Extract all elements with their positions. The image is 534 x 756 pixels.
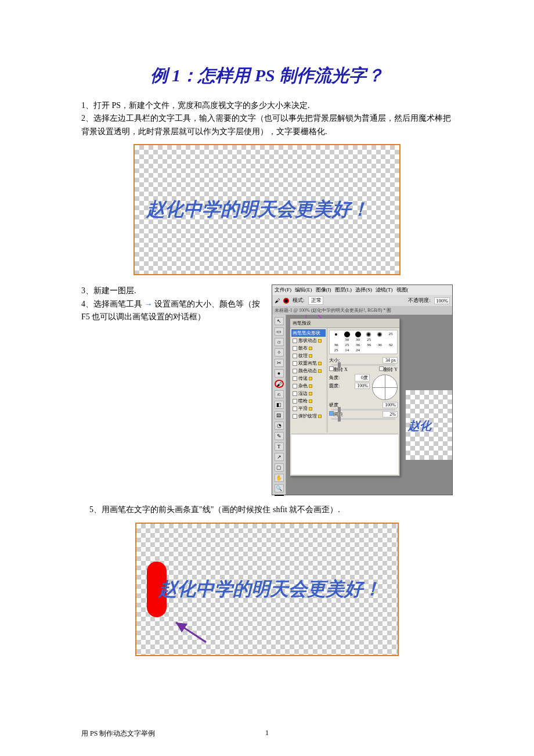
brush-preset-icon[interactable] xyxy=(283,298,289,304)
opacity-value[interactable]: 100% xyxy=(434,297,450,304)
eyedropper-tool-icon[interactable]: ● xyxy=(275,369,284,377)
blur-tool-icon[interactable]: ◔ xyxy=(275,422,284,430)
menu-image[interactable]: 图像(I) xyxy=(316,286,331,294)
opacity-label: 不透明度: xyxy=(408,297,431,304)
mode-label: 模式: xyxy=(293,297,305,304)
opt-shape-dyn[interactable]: 形状动态 xyxy=(291,337,326,344)
figure-2-canvas: 赵化中学的明天会更美好！ xyxy=(135,523,399,656)
size-slider[interactable] xyxy=(331,364,395,366)
page-title: 例 1：怎样用 PS 制作流光字？ xyxy=(81,64,453,88)
figure-1-canvas: 赵化中学的明天会更美好！ xyxy=(134,144,400,275)
menu-file[interactable]: 文件(F) xyxy=(275,286,291,294)
gradient-tool-icon[interactable]: ▤ xyxy=(275,411,284,419)
crop-tool-icon[interactable]: ✂ xyxy=(275,359,284,367)
lasso-tool-icon[interactable]: ⟃ xyxy=(275,338,284,346)
photoshop-screenshot: 文件(F) 编辑(E) 图像(I) 图层(L) 选择(S) 滤镜(T) 视图( … xyxy=(272,285,453,495)
brush-tool-circled-icon[interactable]: 🖌 xyxy=(275,380,284,388)
opt-smooth[interactable]: 平滑 xyxy=(291,405,326,412)
opt-scatter[interactable]: 散布 xyxy=(291,344,326,352)
hard-slider[interactable] xyxy=(331,409,395,411)
eraser-tool-icon[interactable]: ◧ xyxy=(275,401,284,409)
menu-filter[interactable]: 滤镜(T) xyxy=(376,286,393,294)
marquee-tool-icon[interactable]: ▭ xyxy=(275,327,284,336)
opt-dual[interactable]: 双重画笔 xyxy=(291,359,326,367)
ps-canvas-area: 画笔预设 画笔笔尖形状 形状动态 散布 纹理 双重画笔 颜色动态 传递 杂色 湿… xyxy=(286,315,452,495)
opt-noise[interactable]: 杂色 xyxy=(291,382,326,390)
round-label: 圆度: xyxy=(329,383,340,389)
brush-preset-grid[interactable]: 30 30 25 25 36 25 36 36 36 32 xyxy=(329,330,398,354)
brush-panel: 画笔预设 画笔笔尖形状 形状动态 散布 纹理 双重画笔 颜色动态 传递 杂色 湿… xyxy=(290,318,400,476)
opt-airbrush[interactable]: 喷枪 xyxy=(291,397,326,405)
ps-doc-title: 未标题-1 @ 100% (赵化中学的明天会更美好!, RGB/8) * 图 xyxy=(272,306,452,315)
spacing-slider[interactable] xyxy=(331,418,395,420)
shape-tool-icon[interactable]: ▢ xyxy=(275,463,284,471)
angle-control[interactable] xyxy=(372,375,398,400)
opt-tip-shape[interactable]: 画笔笔尖形状 xyxy=(291,329,326,337)
hand-tool-icon[interactable]: ✋ xyxy=(275,474,284,482)
footer-page-number: 1 xyxy=(265,729,269,737)
menu-view[interactable]: 视图( xyxy=(396,286,409,294)
step-4-text: 4、选择画笔工具 → 设置画笔的大小、颜色等（按 F5 也可以调出画笔设置的对话… xyxy=(81,298,266,324)
opt-color-dyn[interactable]: 颜色动态 xyxy=(291,367,326,375)
flipy-label[interactable]: 翻转 Y xyxy=(384,367,398,372)
menu-layer[interactable]: 图层(L) xyxy=(335,286,352,294)
arrow-right-icon: → xyxy=(145,300,153,308)
angle-value[interactable]: 0度 xyxy=(355,374,370,381)
strip-text: 赵化 xyxy=(408,418,431,434)
step-2-text: 2、选择左边工具栏的文字工具，输入需要的文字（也可以事先把背景层解锁为普通层，然… xyxy=(81,112,453,138)
brush-tool-icon[interactable]: 🖌 xyxy=(275,298,280,304)
mode-value[interactable]: 正常 xyxy=(308,296,323,305)
step-3-text: 3、新建一图层. xyxy=(81,285,266,297)
canvas-strip: 赵化 xyxy=(406,390,452,460)
ps-menu-bar: 文件(F) 编辑(E) 图像(I) 图层(L) 选择(S) 滤镜(T) 视图( xyxy=(272,285,452,295)
flipx-label[interactable]: 翻转 X xyxy=(334,367,348,372)
foreground-color-swatch[interactable] xyxy=(275,495,284,496)
footer-left: 用 PS 制作动态文字举例 xyxy=(81,729,155,739)
banner-text-1: 赵化中学的明天会更美好！ xyxy=(146,197,369,222)
stamp-tool-icon[interactable]: ⎌ xyxy=(275,390,284,398)
path-tool-icon[interactable]: ↗ xyxy=(275,453,284,461)
menu-edit[interactable]: 编辑(E) xyxy=(295,286,312,294)
brush-preview xyxy=(291,434,398,474)
zoom-tool-icon[interactable]: 🔍 xyxy=(275,484,284,492)
opt-transfer[interactable]: 传递 xyxy=(291,375,326,382)
angle-label: 角度: xyxy=(329,375,340,381)
round-value[interactable]: 100% xyxy=(355,383,370,389)
hard-label: 硬度 xyxy=(329,402,338,408)
svg-line-2 xyxy=(176,622,206,642)
step-4a: 4、选择画笔工具 xyxy=(81,300,142,308)
move-tool-icon[interactable]: ↖ xyxy=(275,317,284,325)
brush-panel-options: 画笔笔尖形状 形状动态 散布 纹理 双重画笔 颜色动态 传递 杂色 湿边 喷枪 … xyxy=(290,328,327,433)
banner-text-2: 赵化中学的明天会更美好！ xyxy=(158,577,381,602)
menu-select[interactable]: 选择(S) xyxy=(355,286,372,294)
opt-texture[interactable]: 纹理 xyxy=(291,352,326,359)
brush-panel-tab[interactable]: 画笔预设 xyxy=(290,319,399,328)
wand-tool-icon[interactable]: ✧ xyxy=(275,348,284,357)
opt-protect[interactable]: 保护纹理 xyxy=(291,412,326,420)
step-5-text: 5、用画笔在文字的前头画条直"线"（画的时候按住 shfit 就不会画歪）. xyxy=(81,503,453,516)
type-tool-icon[interactable]: T xyxy=(275,442,284,451)
pen-tool-icon[interactable]: ✎ xyxy=(275,432,284,440)
purple-arrow-icon xyxy=(171,618,218,647)
brush-panel-settings: 30 30 25 25 36 25 36 36 36 32 xyxy=(327,328,399,433)
spacing-value[interactable]: 2% xyxy=(383,411,398,417)
ps-options-bar: 🖌 模式: 正常 不透明度: 100% xyxy=(272,295,452,306)
opt-wet[interactable]: 湿边 xyxy=(291,390,326,397)
page-footer: 用 PS 制作动态文字举例 1 xyxy=(81,729,453,739)
step-1-text: 1、打开 PS，新建个文件，宽度和高度视文字的多少大小来决定. xyxy=(81,99,453,112)
size-value[interactable]: 34 px xyxy=(383,357,398,363)
ps-tool-palette: ↖ ▭ ⟃ ✧ ✂ ● 🖌 ⎌ ◧ ▤ ◔ ✎ T ↗ ▢ ✋ 🔍 xyxy=(272,315,286,495)
hard-value[interactable]: 100% xyxy=(383,402,398,408)
